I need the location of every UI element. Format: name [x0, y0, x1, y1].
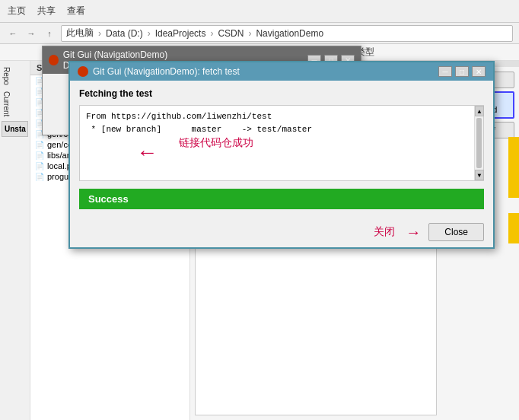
output-scrollbar[interactable]: ▲ ▼ [474, 106, 483, 180]
col-type: 类型 [356, 46, 511, 59]
sidebar-unstage[interactable]: Unsta [2, 121, 28, 137]
fetch-title-text: Git Gui (NavigationDemo): fetch test [93, 66, 240, 77]
sep2: › [148, 28, 151, 39]
breadcrumb[interactable]: 此电脑 › Data (D:) › IdeaProjects › CSDN › … [61, 25, 513, 42]
sep3: › [210, 28, 213, 39]
toolbar-view[interactable]: 查看 [67, 5, 85, 18]
fetch-title-left: Git Gui (NavigationDemo): fetch test [78, 66, 240, 77]
fetch-close-button[interactable]: ✕ [472, 66, 486, 77]
main-window: 主页 共享 查看 ← → ↑ 此电脑 › Data (D:) › IdeaPro… [0, 0, 519, 420]
breadcrumb-pc: 此电脑 [66, 27, 94, 40]
forward-button[interactable]: → [24, 27, 38, 40]
scroll-down-btn[interactable]: ▼ [475, 170, 484, 180]
fetch-content: Fetching the test From https://github.co… [70, 81, 493, 217]
file-icon: 📄 [35, 173, 44, 181]
address-bar: ← → ↑ 此电脑 › Data (D:) › IdeaProjects › C… [0, 23, 519, 44]
fetch-dialog: Git Gui (NavigationDemo): fetch test ─ □… [68, 61, 495, 249]
success-bar: Success [79, 189, 484, 209]
file-icon: 📄 [35, 162, 44, 170]
sidebar-repo[interactable]: Repo [0, 64, 30, 88]
yellow-tab-2 [508, 213, 519, 243]
fetch-footer: 关闭 → Close [70, 217, 493, 247]
sidebar-current[interactable]: Current [0, 88, 30, 119]
up-button[interactable]: ↑ [43, 27, 56, 40]
back-button[interactable]: ← [6, 27, 20, 40]
breadcrumb-idea: IdeaProjects [155, 28, 206, 39]
fetch-heading: Fetching the test [79, 88, 484, 99]
scroll-thumb[interactable] [476, 118, 482, 168]
fetch-output-line2: * [new branch] master -> test/master [86, 123, 477, 136]
fetch-minimize-button[interactable]: ─ [438, 66, 452, 77]
left-sidebar: Repo Current Unsta [0, 61, 30, 420]
breadcrumb-csdn: CSDN [218, 28, 244, 39]
git-logo-icon [49, 55, 59, 65]
fetch-git-icon [78, 66, 88, 77]
file-icon: 📄 [35, 141, 44, 149]
fetch-output-line1: From https://github.com/liwenzhi/test [86, 110, 477, 123]
close-annotation-text: 关闭 [374, 225, 395, 239]
sep4: › [248, 28, 251, 39]
breadcrumb-drive: Data (D:) [106, 28, 143, 39]
fetch-ctrl-buttons: ─ □ ✕ [438, 66, 486, 77]
sep1: › [98, 28, 101, 39]
yellow-tab-1 [508, 137, 519, 198]
arrow-left-icon: ← [141, 142, 154, 165]
fetch-maximize-button[interactable]: □ [455, 66, 469, 77]
toolbar-share[interactable]: 共享 [37, 5, 56, 18]
annotation-text: 链接代码仓成功 [179, 136, 253, 150]
file-icon: 📄 [35, 151, 44, 160]
fetch-output: From https://github.com/liwenzhi/test * … [79, 105, 484, 181]
fetch-titlebar: Git Gui (NavigationDemo): fetch test ─ □… [70, 62, 493, 81]
arrow-right-icon: → [406, 224, 421, 241]
fetch-close-btn[interactable]: Close [428, 223, 484, 241]
toolbar-home[interactable]: 主页 [8, 5, 26, 18]
top-toolbar: 主页 共享 查看 [0, 0, 519, 23]
scroll-up-btn[interactable]: ▲ [475, 106, 484, 116]
breadcrumb-nav: NavigationDemo [256, 28, 323, 39]
